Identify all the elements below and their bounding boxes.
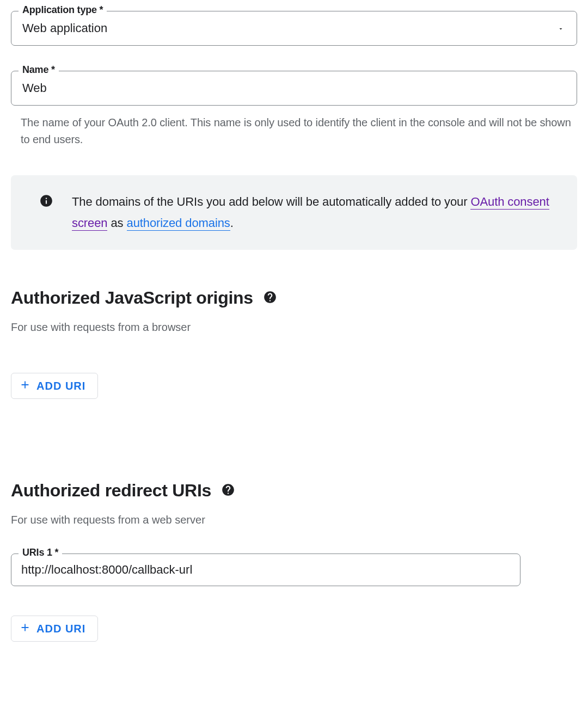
add-uri-label: ADD URI bbox=[36, 623, 85, 635]
name-help-text: The name of your OAuth 2.0 client. This … bbox=[21, 114, 577, 148]
add-redirect-uri-button[interactable]: ADD URI bbox=[11, 616, 98, 642]
application-type-field: Application type * Web application bbox=[11, 11, 577, 46]
redirect-uri-1-field: URIs 1 * bbox=[11, 554, 520, 586]
redirect-uris-header: Authorized redirect URIs bbox=[11, 481, 577, 501]
redirect-uri-1-input[interactable] bbox=[21, 563, 510, 577]
help-icon[interactable] bbox=[263, 290, 277, 306]
add-js-origin-button[interactable]: ADD URI bbox=[11, 373, 98, 399]
application-type-label: Application type * bbox=[19, 4, 107, 16]
redirect-uri-1-label: URIs 1 * bbox=[19, 547, 62, 558]
js-origins-header: Authorized JavaScript origins bbox=[11, 288, 577, 308]
js-origins-subtitle: For use with requests from a browser bbox=[11, 321, 577, 334]
plus-icon bbox=[19, 379, 31, 393]
application-type-select[interactable]: Web application bbox=[11, 11, 577, 46]
application-type-value: Web application bbox=[22, 21, 107, 35]
authorized-domains-link[interactable]: authorized domains bbox=[127, 216, 230, 231]
add-uri-label: ADD URI bbox=[36, 380, 85, 392]
redirect-uris-title: Authorized redirect URIs bbox=[11, 481, 211, 501]
info-icon bbox=[39, 200, 53, 210]
name-field: Name * bbox=[11, 71, 577, 106]
info-banner: The domains of the URIs you add below wi… bbox=[11, 175, 577, 250]
plus-icon bbox=[19, 622, 31, 636]
info-text: The domains of the URIs you add below wi… bbox=[72, 192, 565, 233]
chevron-down-icon bbox=[556, 21, 566, 35]
redirect-uris-subtitle: For use with requests from a web server bbox=[11, 514, 577, 526]
help-icon[interactable] bbox=[221, 483, 235, 499]
name-input[interactable] bbox=[22, 81, 566, 95]
js-origins-title: Authorized JavaScript origins bbox=[11, 288, 253, 308]
name-label: Name * bbox=[19, 64, 59, 76]
